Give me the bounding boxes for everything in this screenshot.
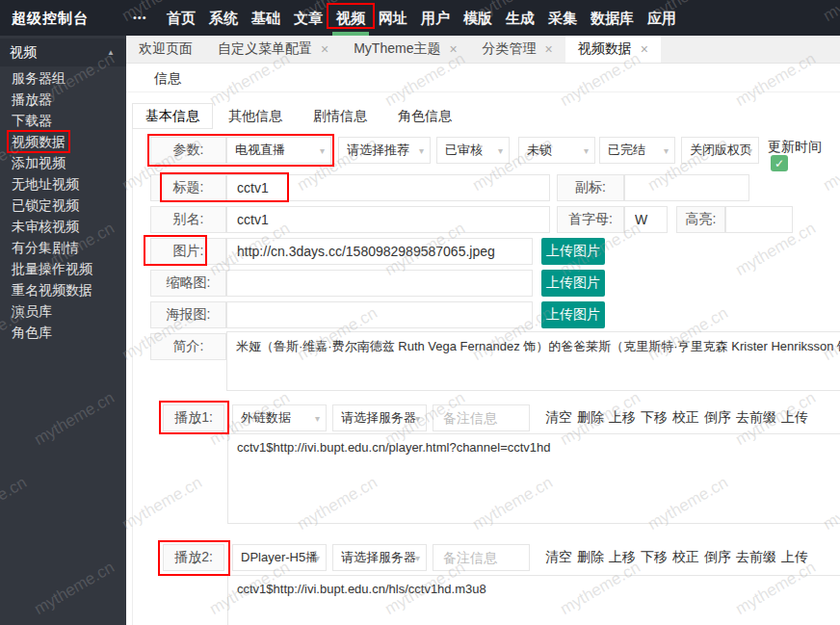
tab-welcome[interactable]: 欢迎页面× [126,36,205,63]
param-type-select[interactable]: 电视直播▾ [226,137,331,164]
play1-server-select[interactable]: 请选择服务器▾ [332,404,427,431]
top-navigation: 首页 系统 基础 文章 视频 网址 用户 模版 生成 采集 数据库 应用 [160,0,683,36]
play1-action-delete[interactable]: 删除 [577,409,604,427]
app-window: 超级控制台 ••• 首页 系统 基础 文章 视频 网址 用户 模版 生成 采集 … [0,0,840,625]
nav-item-basic[interactable]: 基础 [245,0,287,36]
tab-category[interactable]: 分类管理× [470,36,565,63]
initial-input[interactable] [624,206,668,233]
play2-action-reverse[interactable]: 倒序 [704,549,731,566]
subtitle-input[interactable] [624,174,749,201]
sidebar-item-duplicate-video-data[interactable]: 重名视频数据 [0,279,126,300]
sidebar-item-role-library[interactable]: 角色库 [0,322,126,343]
play1-action-move-down[interactable]: 下移 [641,409,668,427]
sidebar-item-locked-video[interactable]: 已锁定视频 [0,195,126,216]
intro-textarea[interactable]: 米娅（鲁斯·维嘉·费尔南德兹 Ruth Vega Fernandez 饰）的爸爸… [226,331,840,391]
more-menu-icon[interactable]: ••• [133,0,147,35]
close-icon[interactable]: × [449,41,457,57]
copyright-select[interactable]: 关闭版权页▾ [681,137,759,164]
form-tab-basic-info[interactable]: 基本信息 [132,103,213,129]
play2-server-select[interactable]: 请选择服务器▾ [332,544,427,571]
recommend-select[interactable]: 请选择推荐▾ [338,137,431,164]
play1-source-select[interactable]: 外链数据▾ [232,404,327,431]
form-tabs: 基本信息 其他信息 剧情信息 角色信息 [132,103,467,129]
nav-item-database[interactable]: 数据库 [584,0,641,36]
play2-source-select[interactable]: DPlayer-H5播▾ [232,544,327,571]
close-icon[interactable]: × [321,41,328,57]
sidebar-item-player[interactable]: 播放器 [0,89,126,110]
sidebar-item-actor-library[interactable]: 演员库 [0,300,126,322]
thumbnail-label: 缩略图: [150,270,226,297]
play2-action-move-up[interactable]: 上移 [609,549,636,566]
tab-video-data[interactable]: 视频数据× [565,36,661,63]
sidebar-item-add-video[interactable]: 添加视频 [0,152,126,173]
chevron-down-icon: ▾ [584,145,589,156]
chevron-down-icon: ▾ [415,413,420,424]
sidebar-item-unreviewed-video[interactable]: 未审核视频 [0,216,126,237]
nav-item-system[interactable]: 系统 [202,0,245,36]
collapse-up-icon: ▲ [107,39,115,66]
play2-action-upload[interactable]: 上传 [781,549,808,566]
sidebar-item-batch-operate-video[interactable]: 批量操作视频 [0,258,126,279]
close-icon[interactable]: × [641,41,648,57]
lock-select[interactable]: 未锁▾ [518,137,595,164]
play2-note-input[interactable] [433,544,530,571]
chevron-down-icon: ▾ [320,145,325,156]
title-input[interactable] [226,174,550,201]
nav-item-generate[interactable]: 生成 [499,0,541,36]
sidebar-item-episode-plot[interactable]: 有分集剧情 [0,237,126,258]
thumbnail-upload-button[interactable]: 上传图片 [541,270,605,297]
sidebar-item-downloader[interactable]: 下载器 [0,110,126,131]
play1-action-remove-prefix[interactable]: 去前缀 [736,409,776,427]
nav-item-template[interactable]: 模版 [457,0,499,36]
nav-item-home[interactable]: 首页 [160,0,202,36]
sidebar-group-video[interactable]: 视频 ▲ [0,39,126,66]
nav-item-article[interactable]: 文章 [287,0,329,36]
alias-input[interactable] [226,206,550,233]
form-tab-plot-info[interactable]: 剧情信息 [298,103,382,129]
chevron-down-icon: ▾ [419,145,424,156]
nav-item-app[interactable]: 应用 [641,0,683,36]
play2-action-remove-prefix[interactable]: 去前缀 [736,549,776,566]
play2-label: 播放2: [163,544,224,571]
thumbnail-url-input[interactable] [226,270,533,297]
play2-action-delete[interactable]: 删除 [577,549,604,566]
tab-mytheme[interactable]: MyTheme主题× [341,36,469,63]
chevron-down-icon: ▾ [415,553,420,563]
highlight-input[interactable] [725,206,793,233]
play2-action-correct[interactable]: 校正 [672,549,699,566]
watermark-text: mytheme.cn [820,134,840,195]
play1-urls-textarea[interactable]: cctv1$http://ivi.bupt.edu.cn/player.html… [227,433,840,524]
play2-urls-textarea[interactable]: cctv1$http://ivi.bupt.edu.cn/hls/cctv1hd… [227,575,840,625]
play1-action-clear[interactable]: 清空 [545,409,572,427]
nav-item-user[interactable]: 用户 [414,0,457,36]
nav-item-video[interactable]: 视频 [329,0,372,36]
sidebar-item-video-data[interactable]: 视频数据 [0,131,126,152]
play1-action-upload[interactable]: 上传 [781,409,808,427]
play2-action-move-down[interactable]: 下移 [641,549,668,566]
play1-action-move-up[interactable]: 上移 [609,409,636,427]
sidebar-item-server-group[interactable]: 服务器组 [0,67,126,89]
close-icon[interactable]: × [545,41,553,57]
image-label: 图片: [150,238,226,265]
update-time-label: 更新时间 [768,139,822,154]
finish-select[interactable]: 已完结▾ [599,137,675,164]
poster-upload-button[interactable]: 上传图片 [541,301,605,328]
play1-note-input[interactable] [433,404,530,431]
form-tab-role-info[interactable]: 角色信息 [382,103,467,129]
nav-item-website[interactable]: 网址 [372,0,414,36]
sidebar-item-no-address-video[interactable]: 无地址视频 [0,173,126,195]
poster-url-input[interactable] [226,301,533,328]
image-upload-button[interactable]: 上传图片 [541,238,605,265]
play2-action-clear[interactable]: 清空 [545,549,572,566]
play1-action-correct[interactable]: 校正 [672,409,699,427]
tab-custom-menu[interactable]: 自定义菜单配置× [205,36,341,63]
card-border [132,103,133,625]
audit-select[interactable]: 已审核▾ [436,137,510,164]
image-url-input[interactable] [226,238,533,265]
sidebar: 视频 ▲ 服务器组 播放器 下载器 视频数据 添加视频 无地址视频 已锁定视频 … [0,36,126,625]
sidebar-group-label: 视频 [10,44,37,60]
nav-item-collect[interactable]: 采集 [541,0,584,36]
update-time-checkbox[interactable]: ✓ [771,155,788,171]
form-tab-other-info[interactable]: 其他信息 [213,103,298,129]
play1-action-reverse[interactable]: 倒序 [704,409,731,427]
